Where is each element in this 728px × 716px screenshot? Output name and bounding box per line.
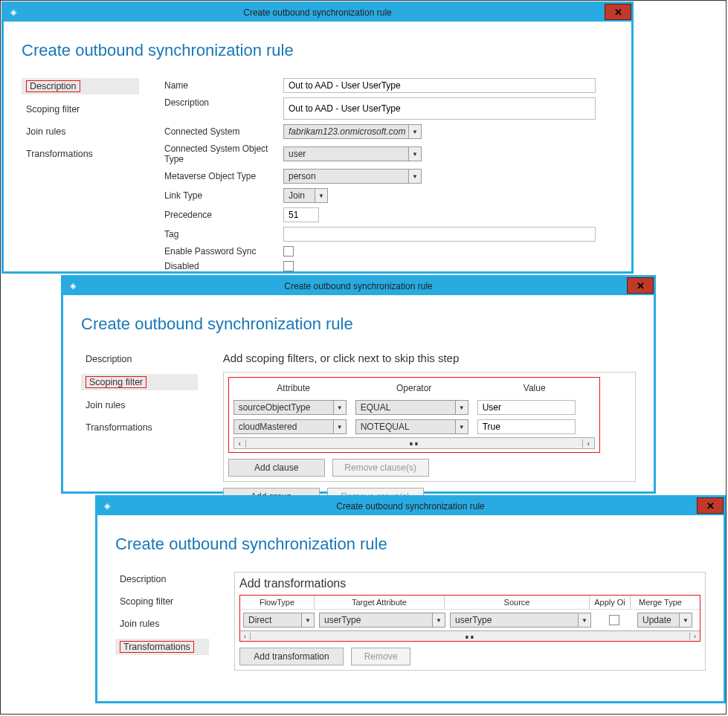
scroll-right-icon[interactable]: › bbox=[582, 439, 594, 448]
col-attribute: Attribute bbox=[233, 381, 354, 396]
chevron-down-icon: ▼ bbox=[315, 188, 328, 203]
operator-select[interactable]: EQUAL▼ bbox=[355, 400, 468, 415]
chevron-down-icon: ▼ bbox=[408, 146, 422, 161]
chevron-down-icon: ▼ bbox=[408, 169, 422, 184]
window-title: Create outbound synchronization rule bbox=[284, 281, 432, 291]
nav-transformations[interactable]: Transformations bbox=[115, 639, 209, 655]
wizard-nav: Description Scoping filter Join rules Tr… bbox=[115, 572, 209, 662]
transformations-headers: FlowType Target Attribute Source Apply O… bbox=[240, 596, 700, 610]
target-attr-select[interactable]: userType▼ bbox=[319, 613, 445, 628]
attribute-select[interactable]: sourceObjectType▼ bbox=[233, 400, 347, 415]
enable-password-checkbox[interactable] bbox=[283, 246, 294, 257]
remove-transformation-button[interactable]: Remove bbox=[351, 648, 410, 665]
col-target-attr: Target Attribute bbox=[315, 596, 445, 609]
scroll-left-icon[interactable]: ‹ bbox=[240, 633, 251, 640]
label-link-type: Link Type bbox=[164, 190, 283, 201]
window-description: ◈ Create outbound synchronization rule ✕… bbox=[1, 1, 634, 274]
description-field[interactable] bbox=[283, 97, 596, 120]
titlebar[interactable]: ◈ Create outbound synchronization rule ✕ bbox=[63, 277, 654, 295]
wizard-nav: Description Scoping filter Join rules Tr… bbox=[81, 352, 198, 442]
description-form: Name Description Connected System fabrik… bbox=[164, 78, 596, 276]
chevron-down-icon: ▼ bbox=[679, 613, 692, 628]
label-precedence: Precedence bbox=[164, 210, 283, 220]
add-clause-button[interactable]: Add clause bbox=[228, 459, 325, 477]
page-title: Create outbound synchronization rule bbox=[81, 315, 636, 334]
precedence-field[interactable] bbox=[283, 207, 319, 222]
window-title: Create outbound synchronization rule bbox=[243, 7, 391, 18]
mv-object-type-select[interactable]: person ▼ bbox=[283, 169, 422, 184]
window-scoping-filter: ◈ Create outbound synchronization rule ✕… bbox=[61, 275, 656, 494]
label-description: Description bbox=[164, 97, 283, 108]
horizontal-scrollbar[interactable]: ‹ ∎∎ › bbox=[240, 630, 700, 641]
connected-system-select[interactable]: fabrikam123.onmicrosoft.com - A ▼ bbox=[283, 124, 422, 139]
add-transformation-button[interactable]: Add transformation bbox=[239, 648, 344, 665]
nav-description[interactable]: Description bbox=[115, 572, 209, 587]
label-tag: Tag bbox=[164, 229, 283, 239]
chevron-down-icon: ▼ bbox=[301, 613, 315, 628]
link-type-select[interactable]: Join ▼ bbox=[283, 188, 328, 203]
close-icon[interactable]: ✕ bbox=[627, 277, 654, 294]
col-operator: Operator bbox=[354, 381, 474, 396]
operator-select[interactable]: NOTEQUAL▼ bbox=[355, 419, 468, 434]
horizontal-scrollbar[interactable]: ‹ ∎∎ › bbox=[233, 437, 595, 449]
nav-join-rules[interactable]: Join rules bbox=[115, 616, 209, 631]
tag-field[interactable] bbox=[283, 227, 596, 242]
scoping-filters-frame: Attribute Operator Value sourceObjectTyp… bbox=[228, 377, 600, 453]
titlebar[interactable]: ◈ Create outbound synchronization rule ✕ bbox=[4, 4, 631, 22]
disabled-checkbox[interactable] bbox=[283, 261, 294, 271]
col-merge-type: Merge Type bbox=[631, 596, 690, 609]
col-flowtype: FlowType bbox=[240, 596, 315, 609]
source-select[interactable]: userType▼ bbox=[450, 613, 591, 628]
chevron-down-icon: ▼ bbox=[408, 124, 422, 139]
chevron-down-icon: ▼ bbox=[333, 419, 347, 434]
label-name: Name bbox=[164, 80, 283, 91]
label-mv-object-type: Metaverse Object Type bbox=[164, 171, 283, 181]
app-icon: ◈ bbox=[102, 500, 112, 511]
nav-transformations[interactable]: Transformations bbox=[22, 146, 139, 161]
nav-join-rules[interactable]: Join rules bbox=[81, 398, 198, 413]
flowtype-select[interactable]: Direct▼ bbox=[243, 613, 315, 628]
value-field[interactable] bbox=[477, 419, 576, 434]
transformation-row: Direct▼ userType▼ userType▼ Update▼ bbox=[240, 610, 700, 630]
nav-transformations[interactable]: Transformations bbox=[81, 420, 198, 435]
nav-description[interactable]: Description bbox=[81, 352, 198, 367]
page-title: Create outbound synchronization rule bbox=[22, 41, 613, 60]
app-icon: ◈ bbox=[8, 7, 19, 17]
app-icon: ◈ bbox=[68, 280, 78, 291]
titlebar[interactable]: ◈ Create outbound synchronization rule ✕ bbox=[97, 497, 724, 515]
merge-type-select[interactable]: Update▼ bbox=[637, 613, 692, 628]
label-cs-object-type: Connected System Object Type bbox=[164, 143, 283, 164]
scroll-right-icon[interactable]: › bbox=[689, 633, 700, 640]
cs-object-type-select[interactable]: user ▼ bbox=[283, 146, 422, 161]
scoping-section-title: Add scoping filters, or click next to sk… bbox=[223, 352, 636, 364]
chevron-down-icon: ▼ bbox=[578, 613, 591, 628]
nav-description[interactable]: Description bbox=[22, 78, 139, 94]
scoping-form: Add scoping filters, or click next to sk… bbox=[223, 352, 636, 506]
transformations-form: Add transformations FlowType Target Attr… bbox=[234, 572, 706, 671]
chevron-down-icon: ▼ bbox=[455, 419, 468, 434]
col-source: Source bbox=[445, 596, 590, 609]
nav-join-rules[interactable]: Join rules bbox=[22, 124, 139, 139]
nav-scoping-filter[interactable]: Scoping filter bbox=[22, 102, 139, 117]
label-enable-pwd: Enable Password Sync bbox=[164, 246, 283, 257]
chevron-down-icon: ▼ bbox=[455, 400, 468, 415]
window-transformations: ◈ Create outbound synchronization rule ✕… bbox=[95, 495, 726, 703]
name-field[interactable] bbox=[283, 78, 596, 93]
nav-scoping-filter[interactable]: Scoping filter bbox=[115, 594, 209, 609]
scroll-left-icon[interactable]: ‹ bbox=[234, 439, 246, 448]
transformations-frame: FlowType Target Attribute Source Apply O… bbox=[239, 595, 700, 642]
label-disabled: Disabled bbox=[164, 261, 283, 271]
transformations-section-title: Add transformations bbox=[239, 577, 700, 590]
value-field[interactable] bbox=[477, 400, 576, 415]
attribute-select[interactable]: cloudMastered▼ bbox=[233, 419, 347, 434]
window-title: Create outbound synchronization rule bbox=[336, 501, 484, 512]
close-icon[interactable]: ✕ bbox=[697, 497, 724, 514]
remove-clause-button[interactable]: Remove clause(s) bbox=[332, 459, 429, 477]
col-apply-once: Apply Oi bbox=[590, 596, 631, 609]
label-connected-system: Connected System bbox=[164, 126, 283, 137]
scoping-row: sourceObjectType▼ EQUAL▼ bbox=[233, 400, 595, 415]
close-icon[interactable]: ✕ bbox=[605, 4, 631, 20]
wizard-nav: Description Scoping filter Join rules Tr… bbox=[22, 78, 139, 169]
apply-once-checkbox[interactable] bbox=[609, 615, 619, 625]
nav-scoping-filter[interactable]: Scoping filter bbox=[81, 374, 198, 390]
